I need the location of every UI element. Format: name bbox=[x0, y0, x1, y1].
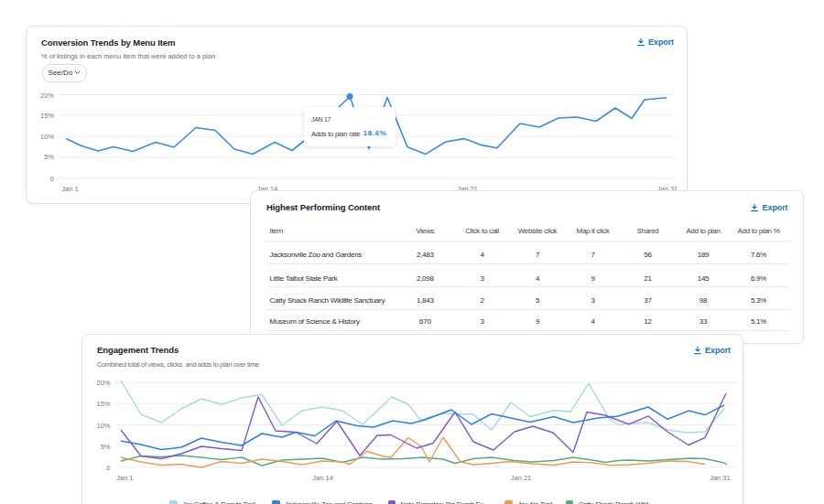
svg-text:4: 4 bbox=[480, 251, 484, 259]
svg-text:Add to plan: Add to plan bbox=[686, 227, 720, 235]
svg-text:670: 670 bbox=[419, 317, 431, 326]
svg-text:33: 33 bbox=[699, 317, 708, 326]
svg-text:10%: 10% bbox=[40, 133, 54, 141]
svg-text:Jan 14: Jan 14 bbox=[312, 474, 333, 482]
svg-text:4: 4 bbox=[536, 274, 540, 283]
svg-text:189: 189 bbox=[698, 251, 710, 259]
svg-text:9: 9 bbox=[591, 274, 595, 283]
svg-text:5: 5 bbox=[536, 296, 540, 305]
svg-text:2: 2 bbox=[480, 296, 484, 305]
svg-text:20%: 20% bbox=[96, 379, 110, 387]
svg-text:7: 7 bbox=[591, 251, 595, 259]
svg-text:37: 37 bbox=[644, 296, 652, 305]
svg-text:5%: 5% bbox=[101, 443, 111, 451]
svg-text:Click to call: Click to call bbox=[465, 227, 499, 235]
svg-text:15%: 15% bbox=[96, 400, 110, 408]
svg-text:12: 12 bbox=[644, 317, 652, 326]
svg-text:20%: 20% bbox=[40, 91, 54, 100]
svg-text:Jan 1: Jan 1 bbox=[116, 474, 133, 482]
svg-text:3: 3 bbox=[591, 296, 595, 305]
svg-text:3: 3 bbox=[480, 274, 484, 283]
svg-text:Shared: Shared bbox=[637, 227, 659, 235]
svg-text:3: 3 bbox=[480, 317, 484, 326]
svg-text:5.1%: 5.1% bbox=[751, 317, 766, 326]
svg-text:Catty Shack Ranch Wildlife San: Catty Shack Ranch Wildlife Sanctuary bbox=[270, 296, 385, 305]
svg-text:2,483: 2,483 bbox=[417, 251, 435, 259]
svg-text:7.6%: 7.6% bbox=[751, 251, 766, 259]
svg-text:Little Talbot State Park: Little Talbot State Park bbox=[270, 274, 339, 283]
svg-text:6.9%: 6.9% bbox=[751, 274, 766, 283]
svg-text:98: 98 bbox=[699, 296, 708, 305]
svg-text:1,843: 1,843 bbox=[417, 296, 435, 305]
svg-text:10%: 10% bbox=[96, 422, 110, 430]
svg-text:Item: Item bbox=[270, 227, 284, 235]
svg-text:Website click: Website click bbox=[518, 227, 558, 235]
svg-text:Map it click: Map it click bbox=[577, 227, 611, 235]
svg-text:5%: 5% bbox=[44, 153, 54, 161]
svg-text:Jan 31: Jan 31 bbox=[710, 474, 731, 482]
svg-text:0: 0 bbox=[106, 464, 110, 472]
svg-text:Jan 1: Jan 1 bbox=[61, 185, 78, 193]
svg-text:Museum of Science & History: Museum of Science & History bbox=[270, 317, 360, 326]
svg-text:Add to plan %: Add to plan % bbox=[738, 227, 780, 235]
svg-text:0: 0 bbox=[50, 175, 54, 183]
svg-text:4: 4 bbox=[591, 317, 595, 326]
svg-text:9: 9 bbox=[536, 317, 540, 326]
svg-text:Jacksonville Zoo and Gardens: Jacksonville Zoo and Gardens bbox=[270, 251, 363, 259]
svg-text:7: 7 bbox=[536, 251, 540, 259]
svg-text:Jan 21: Jan 21 bbox=[511, 474, 532, 482]
svg-text:5.3%: 5.3% bbox=[751, 296, 766, 305]
svg-text:Views: Views bbox=[416, 227, 434, 235]
svg-text:2,098: 2,098 bbox=[417, 274, 435, 283]
svg-text:145: 145 bbox=[698, 274, 710, 283]
svg-text:15%: 15% bbox=[40, 112, 54, 120]
svg-text:56: 56 bbox=[644, 251, 652, 259]
svg-text:21: 21 bbox=[644, 274, 652, 283]
